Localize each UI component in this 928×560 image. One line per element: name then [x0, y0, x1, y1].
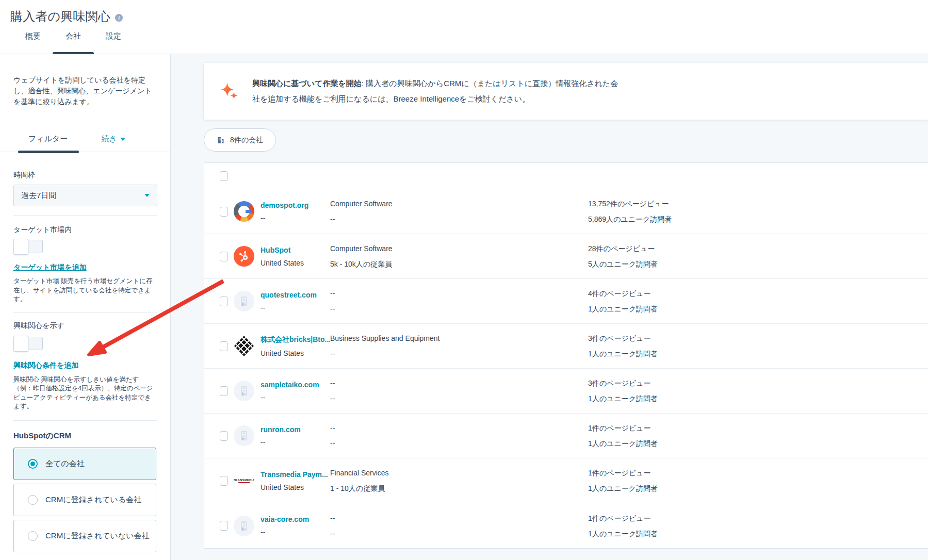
crm-option-all-companies[interactable]: 全ての会社: [13, 448, 156, 480]
target-market-label: ターゲット市場内: [13, 225, 157, 235]
company-logo: [234, 291, 261, 311]
pageviews-stat: 1件のページビュー: [588, 510, 928, 526]
company-industry: Computer Software: [330, 241, 588, 256]
company-logo: [234, 425, 261, 446]
timeframe-label: 時間枠: [13, 171, 157, 180]
company-name-link[interactable]: vaia-core.com: [261, 515, 330, 523]
companies-table-body: demospot.org -- Computer Software -- 13,…: [204, 189, 928, 548]
table-row: runron.com -- -- -- 1件のページビュー 1人のユニーク訪問者: [204, 414, 928, 458]
crm-option-in-crm[interactable]: CRMに登録されている会社: [13, 484, 156, 516]
company-logo: [234, 381, 261, 401]
company-size: --: [330, 211, 588, 227]
buyer-intent-page: 購入者の興味関心 概要 会社 設定 ウェブサイトを訪問している会社を特定し、適合…: [0, 0, 928, 560]
visitors-stat: 1人のユニーク訪問者: [588, 301, 928, 317]
company-size: --: [330, 391, 588, 406]
add-target-market-link[interactable]: ターゲット市場を追加: [13, 263, 87, 272]
company-placeholder-icon: [234, 516, 254, 536]
radio-icon: [28, 531, 38, 541]
company-placeholder-icon: [234, 425, 254, 446]
select-all-checkbox[interactable]: [220, 171, 228, 181]
company-location: --: [261, 304, 330, 312]
visitors-stat: 1人のユニーク訪問者: [588, 481, 928, 496]
demospot-logo-icon: [234, 201, 254, 222]
target-market-help: ターゲット市場 販売を行う市場セグメントに存在し、サイトを訪問している会社を特定…: [13, 277, 157, 304]
company-count-pill[interactable]: 8件の会社: [204, 128, 276, 152]
row-checkbox[interactable]: [220, 297, 228, 306]
radio-icon: [28, 459, 38, 469]
toggle-knob: [13, 239, 28, 255]
banner-bold: 興味関心に基づいて作業を開始: [252, 79, 362, 88]
company-size: --: [330, 301, 588, 317]
table-row: HubSpot United States Computer Software …: [204, 234, 928, 279]
crm-option-label: CRMに登録されていない会社: [45, 531, 150, 541]
tab-overview[interactable]: 概要: [25, 31, 41, 54]
pageviews-stat: 3件のページビュー: [588, 331, 928, 346]
tab-more[interactable]: 続き: [101, 134, 125, 144]
tab-filter[interactable]: フィルター: [28, 134, 68, 144]
hubspot-logo-icon: [234, 246, 254, 267]
intent-toggle[interactable]: [13, 337, 43, 350]
intent-help: 興味関心 興味関心を示すしきい値を満たす（例：昨日価格設定を4回表示）、特定のペ…: [13, 375, 157, 411]
company-name-link[interactable]: sampletaiko.com: [261, 381, 330, 389]
add-intent-criteria-link[interactable]: 興味関心条件を追加: [13, 361, 78, 370]
company-location: --: [261, 214, 330, 222]
company-size: --: [330, 526, 588, 541]
sidebar-description: ウェブサイトを訪問している会社を特定し、適合性、興味関心、エンゲージメントを基準…: [13, 75, 157, 107]
row-checkbox[interactable]: [220, 386, 228, 396]
company-industry: Business Supplies and Equipment: [330, 331, 588, 346]
company-size: --: [330, 436, 588, 451]
pageviews-stat: 4件のページビュー: [588, 286, 928, 301]
company-name-link[interactable]: Transmedia Paym...: [261, 470, 330, 479]
timeframe-select[interactable]: 過去7日間: [13, 185, 157, 206]
radio-icon: [28, 495, 38, 505]
table-row: TRANSMEDIA Transmedia Paym... United Sta…: [204, 458, 928, 503]
sidebar-tab-bar: フィルター 続き: [0, 134, 170, 152]
company-name-link[interactable]: 株式会社bricks|Bto...: [261, 335, 330, 344]
company-name-link[interactable]: quotestreet.com: [261, 291, 330, 299]
company-name-link[interactable]: HubSpot: [261, 246, 330, 254]
visitors-stat: 1人のユニーク訪問者: [588, 526, 928, 541]
company-logo: [234, 336, 261, 356]
row-checkbox[interactable]: [220, 207, 228, 217]
main-content: 興味関心に基づいて作業を開始: 購入者の興味関心からCRMに（またはリストに直接…: [171, 54, 928, 560]
company-size: --: [330, 346, 588, 361]
pageviews-stat: 1件のページビュー: [588, 420, 928, 436]
divider: [13, 215, 157, 216]
table-row: vaia-core.com -- -- -- 1件のページビュー 1人のユニーク…: [204, 503, 928, 548]
intent-label: 興味関心を示す: [13, 321, 157, 331]
table-row: sampletaiko.com -- -- -- 3件のページビュー 1人のユニ…: [204, 369, 928, 414]
chevron-down-icon: [120, 138, 125, 141]
company-location: United States: [261, 483, 330, 491]
company-location: United States: [261, 259, 330, 267]
company-industry: Computer Software: [330, 196, 588, 211]
divider: [13, 420, 157, 421]
company-industry: --: [330, 375, 588, 391]
transmedia-logo-icon: TRANSMEDIA: [234, 470, 254, 491]
row-checkbox[interactable]: [220, 252, 228, 261]
row-checkbox[interactable]: [220, 476, 228, 486]
row-checkbox[interactable]: [220, 521, 228, 531]
crm-option-not-in-crm[interactable]: CRMに登録されていない会社: [13, 520, 156, 552]
table-row: demospot.org -- Computer Software -- 13,…: [204, 189, 928, 234]
pageviews-stat: 3件のページビュー: [588, 375, 928, 391]
breeze-banner: 興味関心に基づいて作業を開始: 購入者の興味関心からCRMに（またはリストに直接…: [204, 63, 928, 120]
visitors-stat: 5,869人のユニーク訪問者: [588, 211, 928, 227]
tab-settings[interactable]: 設定: [106, 31, 121, 54]
company-logo: [234, 516, 261, 536]
toggle-knob: [13, 336, 28, 352]
company-industry: Financial Services: [330, 465, 588, 481]
table-row: quotestreet.com -- -- -- 4件のページビュー 1人のユニ…: [204, 279, 928, 324]
tab-companies[interactable]: 会社: [66, 31, 81, 54]
building-icon: [217, 136, 225, 144]
target-market-toggle[interactable]: [13, 240, 43, 253]
company-name-link[interactable]: demospot.org: [261, 201, 330, 209]
info-icon[interactable]: [115, 14, 123, 22]
filters-sidebar: ウェブサイトを訪問している会社を特定し、適合性、興味関心、エンゲージメントを基準…: [0, 54, 171, 560]
company-location: United States: [261, 349, 330, 357]
company-placeholder-icon: [234, 291, 254, 311]
chevron-down-icon: [144, 194, 150, 197]
row-checkbox[interactable]: [220, 431, 228, 441]
row-checkbox[interactable]: [220, 341, 228, 351]
company-name-link[interactable]: runron.com: [261, 425, 330, 434]
company-industry: --: [330, 420, 588, 436]
